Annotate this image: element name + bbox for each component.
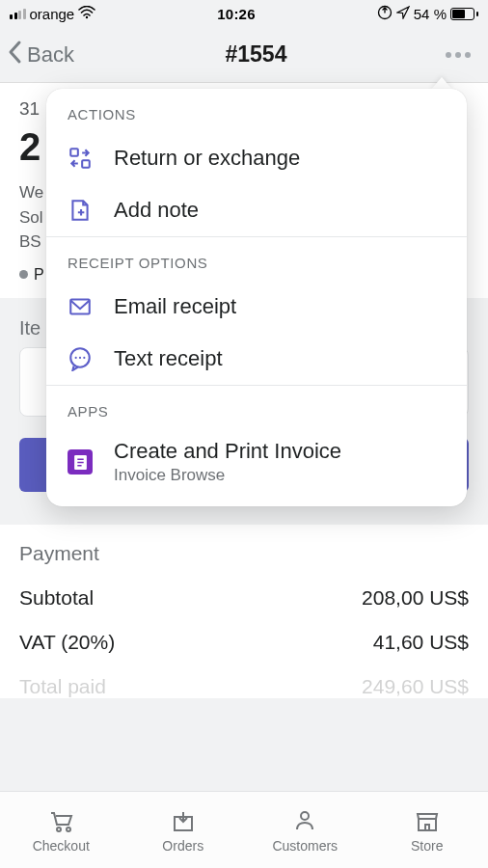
popup-item-label: Return or exchange [114, 146, 300, 171]
page-title: #1554 [225, 41, 286, 68]
tab-label: Checkout [33, 838, 90, 854]
text-icon [68, 346, 93, 371]
tab-customers[interactable]: Customers [244, 792, 366, 868]
tab-checkout[interactable]: Checkout [0, 792, 122, 868]
tab-label: Store [411, 838, 443, 854]
actions-popup: ACTIONS Return or exchange Add note RECE… [46, 89, 467, 506]
tab-orders[interactable]: Orders [122, 792, 245, 868]
popup-item-create-invoice[interactable]: Create and Print Invoice Invoice Browse [46, 429, 467, 506]
svg-point-6 [75, 357, 77, 359]
popup-item-label: Email receipt [114, 294, 236, 319]
popup-item-text-receipt[interactable]: Text receipt [46, 333, 467, 385]
popup-item-label: Add note [114, 198, 199, 223]
email-icon [68, 294, 93, 319]
popup-section-title: APPS [46, 386, 467, 429]
payment-heading: Payment [19, 542, 469, 565]
return-exchange-icon [68, 146, 93, 171]
status-dot-icon [19, 270, 28, 279]
status-left: orange [10, 6, 95, 22]
invoice-app-icon [68, 449, 93, 475]
tab-store[interactable]: Store [366, 792, 489, 868]
svg-point-11 [67, 827, 70, 831]
wifi-icon [78, 6, 95, 22]
back-label: Back [27, 42, 74, 68]
status-bar: orange 10:26 54 % [0, 0, 488, 27]
chevron-left-icon [6, 39, 25, 70]
bottom-tab-bar: Checkout Orders Customers Store [0, 791, 488, 868]
svg-point-0 [86, 15, 88, 17]
payment-section: Payment Subtotal 208,00 US$ VAT (20%) 41… [0, 525, 488, 698]
svg-rect-2 [70, 149, 78, 156]
app-subtitle: Invoice Browse [114, 466, 341, 485]
svg-rect-4 [70, 299, 90, 313]
tab-label: Orders [162, 838, 203, 854]
carrier-label: orange [30, 6, 75, 22]
battery-text: 54 % [414, 6, 447, 22]
svg-point-10 [57, 827, 61, 831]
payment-row-subtotal: Subtotal 208,00 US$ [19, 586, 469, 610]
signal-icon [10, 9, 26, 19]
clock: 10:26 [217, 6, 255, 22]
svg-rect-3 [82, 160, 90, 168]
popup-item-return-exchange[interactable]: Return or exchange [46, 132, 467, 184]
popup-section-title: ACTIONS [46, 89, 467, 132]
tab-label: Customers [272, 838, 338, 854]
status-label: P [34, 266, 44, 284]
popup-item-label: Text receipt [114, 346, 223, 371]
popup-item-email-receipt[interactable]: Email receipt [46, 281, 467, 333]
svg-point-7 [79, 357, 81, 359]
location-icon [396, 6, 410, 22]
status-right: 54 % [377, 5, 478, 23]
popup-section-title: RECEIPT OPTIONS [46, 237, 467, 281]
svg-point-13 [301, 812, 309, 820]
app-title: Create and Print Invoice [114, 439, 341, 464]
payment-row-total: Total paid 249,60 US$ [19, 675, 469, 698]
nav-bar: Back #1554 [0, 27, 488, 83]
orientation-icon [377, 5, 393, 23]
svg-point-8 [83, 357, 85, 359]
add-note-icon [68, 198, 93, 223]
popup-item-add-note[interactable]: Add note [46, 184, 467, 236]
more-button[interactable] [438, 44, 478, 66]
back-button[interactable]: Back [6, 39, 74, 70]
battery-icon [450, 8, 478, 20]
payment-row-vat: VAT (20%) 41,60 US$ [19, 631, 469, 654]
